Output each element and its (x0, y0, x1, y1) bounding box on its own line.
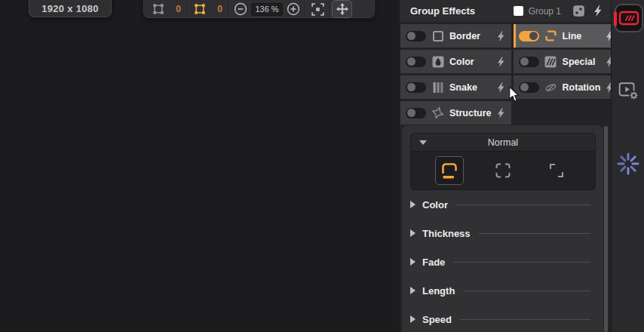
section-rule (456, 204, 590, 205)
setting-sections: Color Thickness Fade Length Speed (402, 190, 603, 332)
zoom-out-icon[interactable] (234, 2, 247, 16)
pan-arrows-icon (336, 2, 349, 16)
section-rule (460, 319, 590, 320)
effect-label: Border (449, 31, 480, 42)
section-label: Color (422, 199, 448, 211)
group-effects-panel: Group Effects Group 1 (400, 0, 611, 332)
transform-frame-yellow-icon (194, 3, 206, 15)
lightning-icon[interactable] (497, 31, 504, 42)
group-name-label[interactable]: Group 1 (529, 6, 561, 17)
section-fade[interactable]: Fade (402, 247, 603, 276)
transform-gray-control[interactable]: 0 (148, 0, 186, 18)
chevron-right-icon (410, 201, 416, 208)
mode-option-brackets[interactable] (542, 156, 571, 185)
transform-yellow-value[interactable]: 0 (206, 4, 222, 14)
scrollbar-thumb[interactable] (604, 126, 608, 332)
panel-header: Group Effects Group 1 (400, 0, 611, 22)
effect-label: Structure (449, 108, 492, 118)
chevron-down-icon (419, 140, 427, 145)
mode-dropdown-header[interactable]: Normal (410, 133, 596, 152)
pan-tool-button[interactable] (332, 0, 352, 18)
effect-cell-special[interactable]: Special (514, 50, 621, 73)
effect-cell-structure[interactable]: Structure (400, 101, 511, 124)
effect-label: Snake (449, 82, 477, 93)
panel-scrollbar[interactable] (603, 125, 609, 332)
preview-settings-button[interactable] (618, 80, 639, 101)
screen-effect-button[interactable] (615, 4, 643, 32)
effect-settings-card: Normal (402, 125, 603, 332)
mode-dropdown-value: Normal (488, 137, 518, 148)
chevron-right-icon (410, 287, 416, 294)
effect-cell-line[interactable]: Line (514, 24, 621, 48)
section-length[interactable]: Length (402, 276, 603, 305)
dashed-corners-icon (494, 161, 512, 180)
randomize-dice-icon[interactable] (572, 5, 585, 17)
effect-label: Rotation (563, 82, 601, 93)
section-rule (463, 290, 590, 291)
mode-options (410, 152, 596, 190)
border-icon (431, 30, 444, 42)
section-color[interactable]: Color (402, 190, 603, 219)
panel-title: Group Effects (410, 5, 475, 17)
fit-to-screen-icon (311, 2, 325, 17)
lightning-icon[interactable] (497, 82, 504, 93)
apply-effect-lightning-icon[interactable] (593, 5, 602, 17)
section-speed[interactable]: Speed (402, 305, 603, 332)
active-indicator-bar (614, 11, 617, 26)
lightning-icon[interactable] (497, 108, 504, 118)
effect-cell-rotation[interactable]: Rotation (514, 75, 621, 99)
resolution-button[interactable]: 1920 x 1080 (29, 0, 112, 17)
effect-cell-snake[interactable]: Snake (400, 75, 511, 99)
effects-grid: Border Line (400, 24, 610, 124)
structure-toggle[interactable] (406, 108, 426, 118)
effect-cell-empty (514, 101, 621, 124)
group-color-swatch[interactable] (514, 6, 523, 16)
canvas-toolbar: 0 0 136 % (143, 0, 375, 18)
loading-spinner-icon (616, 152, 640, 176)
mode-option-solid-line[interactable] (435, 156, 464, 185)
snake-bars-icon (431, 81, 444, 94)
structure-pinwheel-icon (431, 106, 444, 119)
color-toggle[interactable] (406, 57, 426, 67)
toolbar-separator (187, 1, 188, 17)
toolbar-separator (228, 1, 229, 17)
side-strip (611, 0, 644, 332)
border-toggle[interactable] (406, 31, 426, 42)
section-label: Thickness (422, 228, 471, 239)
special-toggle[interactable] (519, 57, 539, 67)
chevron-right-icon (410, 315, 416, 323)
rotation-toggle[interactable] (519, 82, 539, 93)
zoom-level-value[interactable]: 136 % (251, 3, 283, 16)
effect-label: Color (449, 57, 474, 67)
snake-toggle[interactable] (406, 82, 426, 93)
fit-to-screen-button[interactable] (307, 0, 328, 18)
lightning-icon[interactable] (497, 57, 504, 67)
effect-label: Special (563, 57, 596, 67)
section-label: Speed (422, 314, 452, 325)
toolbar-separator (330, 1, 330, 17)
screen-hatch-icon (618, 10, 639, 26)
chevron-right-icon (410, 229, 416, 237)
transform-gray-value[interactable]: 0 (164, 4, 181, 14)
mode-option-dashed-corners[interactable] (489, 156, 517, 185)
play-gear-icon (618, 80, 639, 101)
section-thickness[interactable]: Thickness (402, 219, 603, 247)
color-droplet-icon (431, 56, 444, 68)
rotation-orbit-icon (544, 81, 557, 94)
line-toggle[interactable] (519, 31, 539, 42)
zoom-in-icon[interactable] (287, 2, 300, 16)
mode-dropdown[interactable]: Normal (410, 133, 596, 190)
special-hatch-icon (544, 56, 557, 68)
mouse-cursor (508, 86, 520, 103)
chevron-right-icon (410, 258, 416, 266)
section-label: Fade (422, 257, 445, 268)
transform-frame-gray-icon (152, 3, 164, 15)
corner-brackets-icon (547, 161, 566, 180)
solid-line-corner-icon (440, 161, 458, 180)
effect-label: Line (563, 31, 582, 42)
toolbar-separator (305, 1, 305, 17)
line-icon (544, 29, 557, 42)
effect-cell-border[interactable]: Border (400, 24, 511, 48)
effect-cell-color[interactable]: Color (400, 50, 511, 73)
transform-yellow-control[interactable]: 0 (189, 0, 227, 18)
